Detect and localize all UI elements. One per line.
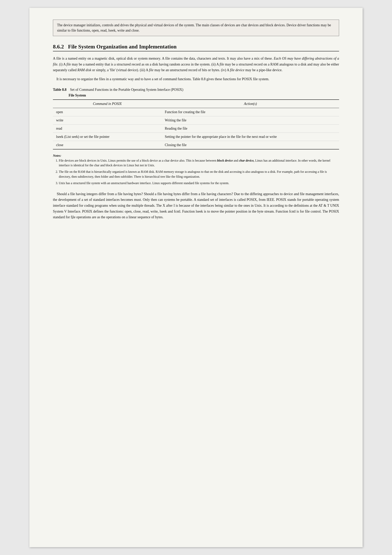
section-title: File System Organization and Implementat… [68, 44, 177, 50]
notes-section: Notes: File devices are block devices in… [53, 153, 339, 186]
table-row: writeWriting the file [53, 116, 339, 124]
table-row: readReading the file [53, 124, 339, 132]
col2-header: Action(s) [162, 100, 339, 108]
note-2: The file on the RAM that is hierarchical… [59, 169, 339, 179]
italic-file-1: file [66, 62, 71, 66]
table-cell-command-2: read [53, 124, 162, 132]
table-cell-action-0: Function for creating the file [162, 108, 339, 116]
table-label: Table 8.8 [53, 88, 66, 92]
top-box: The device manager initializes, controls… [53, 20, 339, 36]
bottom-paragraph: Should a file having integers differ fro… [53, 191, 339, 220]
paragraph-1: A file is a named entity on a magnetic d… [53, 56, 339, 73]
bold-italic-char: char device, [239, 159, 254, 162]
posix-table: Command in POSIX Action(s) openFunction … [53, 99, 339, 149]
table-cell-action-3: Setting the pointer for the appropriate … [162, 132, 339, 141]
top-box-text: The device manager initializes, controls… [57, 23, 331, 32]
paragraph-2: It is necessary to organize the files in… [53, 76, 339, 82]
italic-text-1: Each OS may have differing abstractions … [53, 57, 339, 66]
table-cell-action-2: Reading the file [162, 124, 339, 132]
page: The device manager initializes, controls… [29, 8, 363, 547]
bold-italic-block: block device [217, 159, 233, 162]
table-row: closeClosing the file [53, 141, 339, 149]
italic-file-4: file device [230, 68, 244, 72]
table-cell-command-0: open [53, 108, 162, 116]
table-caption: Table 8.8 Set of Command Functions in th… [53, 88, 339, 92]
table-row: lseek (List seek) or set the file pointe… [53, 132, 339, 141]
italic-file-2: file [220, 62, 224, 66]
table-cell-command-3: lseek (List seek) or set the file pointe… [53, 132, 162, 141]
col1-header: Command in POSIX [53, 100, 162, 108]
italic-file-3: file [149, 68, 153, 72]
note-1: File devices are block devices in Unix. … [59, 158, 339, 168]
table-cell-action-1: Writing the file [162, 116, 339, 124]
note-3: Unix has a structured file system with a… [59, 181, 339, 186]
notes-label: Notes: [53, 154, 61, 157]
table-cell-command-4: close [53, 141, 162, 149]
table-subtitle: File System [69, 93, 339, 97]
section-heading: 8.6.2 File System Organization and Imple… [53, 44, 339, 51]
table-title: Set of Command Functions in the Portable… [70, 88, 183, 92]
section-number: 8.6.2 [53, 44, 64, 50]
table-cell-command-1: write [53, 116, 162, 124]
notes-list: File devices are block devices in Unix. … [59, 158, 339, 186]
italic-ram: RAM disk [78, 68, 91, 72]
table-row: openFunction for creating the file [53, 108, 339, 116]
table-header-row: Command in POSIX Action(s) [53, 100, 339, 108]
table-cell-action-4: Closing the file [162, 141, 339, 149]
